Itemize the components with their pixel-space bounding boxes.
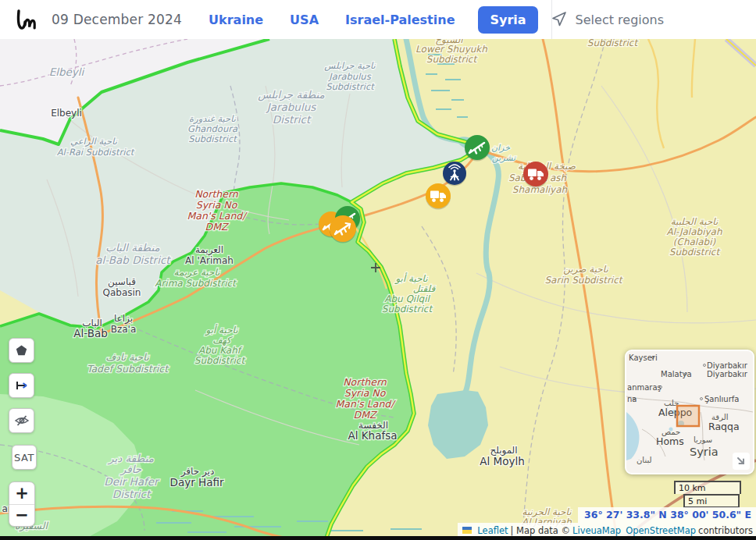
map-label: Al-Rai Subdistrict <box>57 147 135 158</box>
minimap-city-label: Diyarbakır <box>707 370 748 378</box>
map-label: (Chalabi) <box>673 236 716 247</box>
leaflet-link[interactable]: Leaflet <box>477 525 508 536</box>
map-label: ناحية صرين <box>563 264 608 275</box>
map-label: بزاعا <box>114 313 133 325</box>
minimap-inset[interactable]: KayseriMalatyaDiyarbakırDiyarbakıranmara… <box>625 350 754 474</box>
map-label: Deir Hafer <box>104 475 160 488</box>
map-label: ناحية أبو <box>204 324 238 336</box>
top-bar: 09 December 2024 Ukraine USA Israel-Pale… <box>0 0 756 39</box>
minimap-city-label: na <box>627 395 637 403</box>
map-label: ناحية الجرنية <box>522 506 572 517</box>
map-label: Al Moylh <box>480 455 524 467</box>
liveuamap-link[interactable]: LiveuaMap <box>572 525 621 536</box>
tab-usa[interactable]: USA <box>290 12 319 27</box>
attribution-text: | Map data © <box>511 525 571 536</box>
tab-syria-active[interactable]: Syria <box>478 6 537 34</box>
minimap-city-label: Raqqa <box>708 421 740 432</box>
map-label: Al Khafsa <box>348 429 397 442</box>
map-label: ناحية الجلبية <box>671 216 719 227</box>
liveuamap-logo-icon[interactable] <box>12 6 39 33</box>
map-label: Syria No <box>196 199 238 211</box>
map-label: Al-Jalabiyah <box>666 226 722 237</box>
map-label: قلقتل <box>413 283 437 294</box>
map-label: Sarin Subdistrict <box>545 275 624 286</box>
map-label: ناحية تادف <box>105 351 149 363</box>
zoom-out-button[interactable]: − <box>9 505 34 527</box>
map-label: ناحية عريمة <box>174 267 220 278</box>
map-label: Arima Subdistrict <box>155 278 237 289</box>
map-label: Abu Kahf <box>198 345 243 356</box>
zoom-control: + − <box>9 481 35 527</box>
map-label: ناحية الراعي <box>70 136 118 147</box>
map-label: Subdistrict <box>426 54 479 65</box>
eye-off-icon <box>14 413 30 428</box>
minimap-city-label: Diyarbakır <box>707 361 748 370</box>
map-label: District <box>112 488 152 500</box>
map-label: قباسين <box>108 276 136 288</box>
current-date: 09 December 2024 <box>52 12 182 27</box>
map-label: العريمة <box>195 244 223 256</box>
sat-label: SAT <box>14 452 34 464</box>
map-label: Tadef Subdistrict <box>87 363 169 375</box>
draw-polygon-button[interactable] <box>9 338 34 363</box>
map-label: Dayr Hafir <box>170 476 224 488</box>
map-scale: 10 km 5 mi <box>674 481 741 508</box>
cursor-coordinates: 36° 27' 33.8" N 38° 00' 50.6" E <box>578 507 756 523</box>
map-label: DMZ <box>205 221 230 233</box>
map-label: Subdistrict <box>669 247 722 258</box>
map-label: Man's Land/ <box>187 210 248 222</box>
map-label: Al-Bab <box>73 327 107 339</box>
minimap-viewport-box <box>677 406 699 426</box>
zoom-in-button[interactable]: + <box>9 482 34 505</box>
contributors-text: contributors <box>698 525 753 536</box>
vehicles-marker-red[interactable] <box>523 162 548 188</box>
map-label: Al 'Arimah <box>185 255 234 266</box>
minimap-collapse-button[interactable] <box>733 453 750 470</box>
select-regions-label: Select regions <box>576 12 664 27</box>
tab-israel-palestine[interactable]: Israel-Palestine <box>345 12 455 27</box>
map-label: Elbeyli <box>51 108 82 119</box>
map-label: Subdistrict <box>382 304 434 314</box>
map-label: كهف <box>212 335 233 346</box>
clash-marker-tishrin[interactable] <box>465 135 490 162</box>
minimap-city-label: Syria <box>690 446 719 458</box>
minimap-city-label: سوريا <box>694 435 712 444</box>
map-label: Man's Land/ <box>336 398 397 410</box>
map-label: خزان <box>491 143 510 153</box>
select-regions-button[interactable]: Select regions <box>551 10 664 29</box>
map-label: تشرين <box>492 153 517 163</box>
measure-button[interactable] <box>9 373 34 398</box>
map-canvas[interactable]: ElbeyliElbeyliناحية الراعيAl-Rai Subdist… <box>0 39 756 540</box>
minimap-city-label: Şanlıurfa <box>704 395 739 403</box>
map-label: Lower Shuyukh <box>415 44 487 55</box>
map-label: Qabasin <box>103 287 141 298</box>
clash-marker-orange-front[interactable] <box>330 215 356 243</box>
map-label: ناحية أبو <box>394 272 428 284</box>
collapse-arrow-icon <box>736 456 747 467</box>
satellite-toggle-button[interactable]: SAT <box>12 445 37 470</box>
map-label: Subdistrict <box>587 39 640 48</box>
osm-link[interactable]: OpenStreetMap <box>626 525 696 536</box>
map-label: Subdistrict <box>194 355 247 366</box>
topbar-divider <box>551 0 552 39</box>
map-label: al-Bab District <box>95 254 171 266</box>
map-label: Northern <box>194 188 239 200</box>
map-label: DMZ <box>354 409 378 421</box>
polygon-icon <box>15 344 28 357</box>
nav-cursor-icon <box>551 10 569 29</box>
hide-layers-button[interactable] <box>9 408 34 433</box>
vehicles-marker-yellow[interactable] <box>426 183 451 210</box>
map-label: Subdistrict <box>326 81 375 92</box>
map-label: ناحية غندورة <box>189 113 237 124</box>
map-label: Jarabulus <box>327 71 371 82</box>
map-label: منطقة الباب <box>105 241 160 254</box>
map-label: Abu Qilqil <box>384 293 430 304</box>
tab-ukraine[interactable]: Ukraine <box>209 12 263 27</box>
map-label: منطقة جرابلس <box>258 88 325 101</box>
air-defense-marker[interactable] <box>443 162 466 187</box>
minimap-city-label: Kayseri <box>629 353 658 362</box>
map-label: ناحية جرابلس <box>324 60 376 71</box>
map-label: Bza'a <box>111 324 137 335</box>
map-label: Subdistrict <box>188 133 237 144</box>
minimap-city-label: Malatya <box>661 370 692 378</box>
